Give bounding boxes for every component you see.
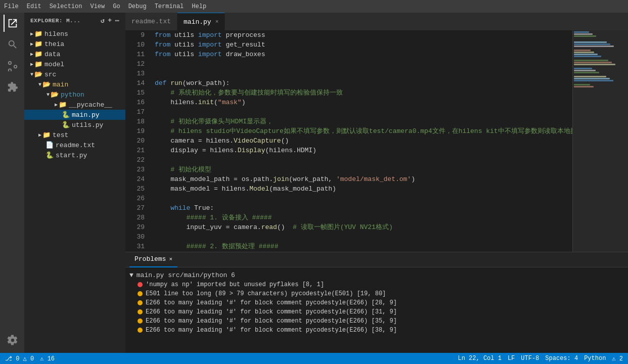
line-number: 16	[125, 98, 145, 107]
menu-view[interactable]: View	[90, 3, 105, 10]
menu-debug[interactable]: Debug	[128, 3, 147, 10]
folder-label-data: data	[44, 51, 60, 58]
activity-source-control[interactable]	[4, 57, 21, 74]
status-warnings[interactable]: ⚠ 16	[40, 355, 55, 362]
sidebar-item-theia[interactable]: ▶ 📁 theia	[24, 39, 125, 49]
problem-item[interactable]: E266 too many leading '#' for block comm…	[125, 298, 628, 307]
code-line[interactable]	[155, 232, 572, 242]
problem-item[interactable]: 'numpy as np' imported but unused pyflak…	[125, 280, 628, 289]
panel-content: ▼ main.py src/main/python 6 'numpy as np…	[125, 267, 628, 353]
code-line[interactable]: input_yuv = camera.read() # 读取一帧图片(YUV N…	[155, 222, 572, 232]
new-file-icon[interactable]: +	[108, 17, 112, 25]
panel: Problems × ▼ main.py src/main/python 6 '…	[125, 252, 628, 353]
status-encoding[interactable]: UTF-8	[521, 355, 539, 362]
status-position[interactable]: Ln 22, Col 1	[458, 355, 501, 362]
sidebar-title: EXPLORER: M...	[30, 18, 80, 24]
folder-icon: 📂	[34, 70, 42, 78]
minimap-line	[574, 86, 594, 87]
menu-terminal[interactable]: Terminal	[155, 3, 184, 10]
sidebar-item-pycache[interactable]: ▶ 📁 __pycache__	[24, 100, 125, 110]
sidebar-item-startpy[interactable]: 🐍 start.py	[24, 150, 125, 160]
panel-close-button[interactable]: ×	[169, 256, 172, 262]
status-language[interactable]: Python	[584, 355, 606, 362]
code-line[interactable]: # hilens studio中VideoCapture如果不填写参数，则默认读…	[155, 126, 572, 136]
code-content[interactable]: from utils import preprocessfrom utils i…	[151, 30, 572, 252]
status-branch[interactable]: ⎇ 0 △ 0	[5, 355, 34, 362]
problem-item[interactable]: E266 too many leading '#' for block comm…	[125, 316, 628, 326]
code-line[interactable]: # 系统初始化，参数要与创建技能时填写的检验值保持一致	[155, 88, 572, 98]
status-errors[interactable]: ⚠ 2	[612, 355, 623, 362]
minimap-line	[574, 60, 608, 61]
problem-item[interactable]: E266 too many leading '#' for block comm…	[125, 307, 628, 316]
code-line[interactable]: ##### 1. 设备接入 #####	[155, 213, 572, 222]
status-spaces[interactable]: Spaces: 4	[545, 355, 578, 362]
sidebar-item-src[interactable]: ▼ 📂 src	[24, 69, 125, 79]
sidebar-item-model[interactable]: ▶ 📁 model	[24, 59, 125, 69]
problem-item[interactable]: E501 line too long (89 > 79 characters) …	[125, 289, 628, 298]
minimap[interactable]	[572, 30, 628, 252]
tab-mainpy[interactable]: main.py ×	[177, 13, 225, 30]
minimap-line	[574, 41, 607, 43]
tab-close-button[interactable]: ×	[215, 19, 219, 25]
tab-readmetxt[interactable]: readme.txt	[125, 13, 177, 30]
problem-group-header[interactable]: ▼ main.py src/main/python 6	[125, 270, 628, 280]
code-line[interactable]: from utils import draw_boxes	[155, 50, 572, 59]
code-line[interactable]: mask_model_path = os.path.join(work_path…	[155, 174, 572, 184]
sidebar-item-data[interactable]: ▶ 📁 data	[24, 49, 125, 59]
code-line[interactable]: def run(work_path):	[155, 78, 572, 88]
code-line[interactable]: display = hilens.Display(hilens.HDMI)	[155, 146, 572, 155]
code-line[interactable]: from utils import get_result	[155, 40, 572, 50]
menu-help[interactable]: Help	[192, 3, 206, 10]
code-line[interactable]	[155, 107, 572, 117]
code-line[interactable]: camera = hilens.VideoCapture()	[155, 136, 572, 146]
code-line[interactable]: hilens.init("mask")	[155, 98, 572, 107]
minimap-line	[574, 46, 614, 47]
code-line[interactable]	[155, 155, 572, 165]
menu-go[interactable]: Go	[113, 3, 120, 10]
problem-item[interactable]: E266 too many leading '#' for block comm…	[125, 326, 628, 335]
code-line[interactable]: mask_model = hilens.Model(mask_model_pat…	[155, 184, 572, 194]
status-eol[interactable]: LF	[508, 355, 515, 362]
sidebar-item-readmetxt[interactable]: 📄 readme.txt	[24, 140, 125, 150]
chevron-right-icon: ▶	[55, 102, 58, 108]
menu-edit[interactable]: Edit	[27, 3, 41, 10]
activity-extensions[interactable]	[4, 78, 21, 96]
sidebar-item-hilens[interactable]: ▶ 📁 hilens	[24, 29, 125, 39]
line-number: 22	[125, 155, 145, 165]
code-line[interactable]: # 初始化带摄像头与HDMI显示器，	[155, 117, 572, 126]
sidebar-item-mainpy[interactable]: 🐍 main.py	[24, 110, 125, 120]
warning-icon	[138, 291, 143, 296]
minimap-line	[574, 78, 610, 79]
activity-settings[interactable]	[4, 332, 21, 349]
sidebar-item-test[interactable]: ▶ 📁 test	[24, 130, 125, 140]
code-line[interactable]: while True:	[155, 203, 572, 213]
folder-label-model: model	[44, 61, 64, 68]
problem-text: E266 too many leading '#' for block comm…	[146, 308, 397, 315]
sidebar-item-main[interactable]: ▼ 📂 main	[24, 79, 125, 89]
line-number: 29	[125, 222, 145, 232]
activity-explorer[interactable]	[4, 15, 21, 32]
activity-search[interactable]	[4, 36, 21, 53]
problem-text: 'numpy as np' imported but unused pyflak…	[146, 281, 324, 288]
more-icon[interactable]: ⋯	[115, 17, 119, 25]
editor-area: readme.txt main.py × 9101112131415161718…	[125, 13, 628, 252]
panel-tab-problems[interactable]: Problems ×	[129, 252, 177, 267]
refresh-icon[interactable]: ↺	[101, 17, 105, 25]
sidebar-item-python[interactable]: ▼ 📂 python	[24, 89, 125, 100]
editor-panel-wrapper: readme.txt main.py × 9101112131415161718…	[125, 13, 628, 353]
chevron-right-icon: ▶	[30, 41, 33, 47]
line-number: 10	[125, 40, 145, 50]
code-line[interactable]	[155, 59, 572, 69]
tab-label-mainpy: main.py	[184, 18, 211, 26]
code-line[interactable]	[155, 194, 572, 203]
code-line[interactable]: # 初始化模型	[155, 165, 572, 174]
sidebar-item-utilspy[interactable]: 🐍 utils.py	[24, 120, 125, 130]
menu-file[interactable]: File	[4, 3, 19, 10]
menu-selection[interactable]: Selection	[50, 3, 82, 10]
line-number: 11	[125, 50, 145, 59]
code-line[interactable]	[155, 69, 572, 78]
file-label-utilspy: utils.py	[72, 121, 103, 129]
folder-label-src: src	[44, 71, 56, 78]
code-line[interactable]: ##### 2. 数据预处理 #####	[155, 242, 572, 251]
code-line[interactable]: from utils import preprocess	[155, 30, 572, 40]
